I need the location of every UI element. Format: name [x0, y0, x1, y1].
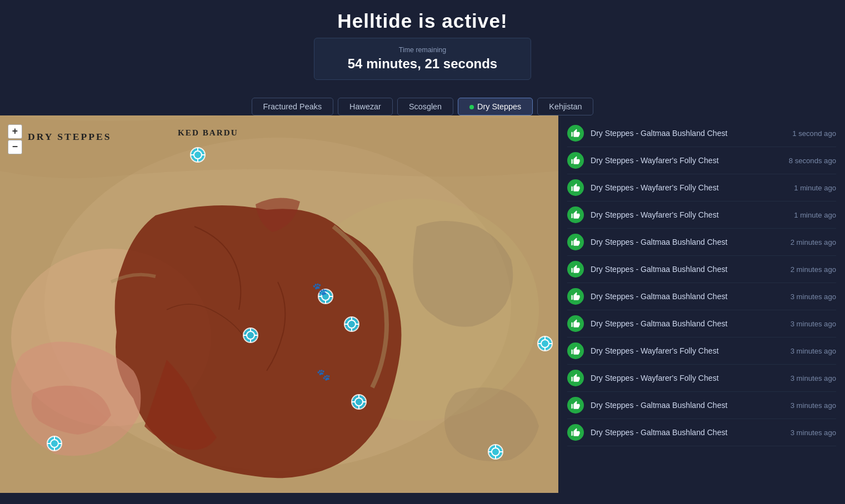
- activity-time-7: 3 minutes ago: [791, 320, 836, 328]
- thumbs-up-icon-0: [567, 125, 584, 142]
- tab-dry-steppes[interactable]: Dry Steppes: [458, 98, 533, 115]
- thumbs-up-icon-5: [567, 261, 584, 278]
- main-content: DRY STEPPES KED BARDU + −: [0, 115, 845, 493]
- map-city-label: KED BARDU: [178, 128, 238, 138]
- zoom-controls: + −: [8, 124, 22, 154]
- activity-time-8: 3 minutes ago: [791, 347, 836, 355]
- activity-item-11: Dry Steppes - Galtmaa Bushland Chest3 mi…: [567, 419, 836, 446]
- thumbs-up-icon-1: [567, 152, 584, 169]
- chest-marker-6[interactable]: [536, 335, 554, 355]
- activity-text-1: Dry Steppes - Wayfarer's Folly Chest: [591, 156, 783, 165]
- chest-marker-7[interactable]: [46, 435, 63, 455]
- chest-marker-8[interactable]: [487, 443, 504, 463]
- monster-icon-1: 🐾: [312, 282, 327, 296]
- activity-text-11: Dry Steppes - Galtmaa Bushland Chest: [591, 428, 785, 437]
- monster-icon-2: 🐾: [317, 368, 331, 381]
- activity-text-4: Dry Steppes - Galtmaa Bushland Chest: [591, 238, 785, 246]
- thumbs-up-icon-11: [567, 424, 584, 441]
- activity-text-3: Dry Steppes - Wayfarer's Folly Chest: [591, 210, 788, 219]
- activity-time-3: 1 minute ago: [794, 211, 836, 219]
- activity-time-6: 3 minutes ago: [791, 293, 836, 301]
- activity-item-1: Dry Steppes - Wayfarer's Folly Chest8 se…: [567, 147, 836, 174]
- tab-kehjistan[interactable]: Kehjistan: [537, 98, 593, 115]
- tab-fractured-peaks[interactable]: Fractured Peaks: [252, 98, 334, 115]
- thumbs-up-icon-3: [567, 206, 584, 223]
- activity-time-0: 1 second ago: [792, 129, 836, 138]
- map-svg: [0, 115, 558, 493]
- header: Helltide is active! Time remaining 54 mi…: [0, 0, 845, 88]
- activity-item-2: Dry Steppes - Wayfarer's Folly Chest1 mi…: [567, 174, 836, 201]
- thumbs-up-icon-10: [567, 397, 584, 414]
- map-container: DRY STEPPES KED BARDU + −: [0, 115, 558, 493]
- activity-panel: Dry Steppes - Galtmaa Bushland Chest1 se…: [558, 115, 845, 493]
- activity-item-4: Dry Steppes - Galtmaa Bushland Chest2 mi…: [567, 229, 836, 256]
- activity-text-2: Dry Steppes - Wayfarer's Folly Chest: [591, 183, 788, 192]
- activity-text-9: Dry Steppes - Wayfarer's Folly Chest: [591, 374, 785, 382]
- chest-marker-4[interactable]: [242, 326, 259, 346]
- activity-item-3: Dry Steppes - Wayfarer's Folly Chest1 mi…: [567, 201, 836, 229]
- timer-label: Time remaining: [348, 46, 497, 54]
- timer-box: Time remaining 54 minutes, 21 seconds: [314, 38, 531, 80]
- thumbs-up-icon-8: [567, 342, 584, 359]
- activity-item-0: Dry Steppes - Galtmaa Bushland Chest1 se…: [567, 120, 836, 147]
- thumbs-up-icon-4: [567, 234, 584, 250]
- thumbs-up-icon-2: [567, 179, 584, 196]
- thumbs-up-icon-7: [567, 315, 584, 332]
- zoom-out-button[interactable]: −: [8, 140, 22, 154]
- activity-time-4: 2 minutes ago: [791, 238, 836, 246]
- timer-value: 54 minutes, 21 seconds: [348, 56, 497, 72]
- activity-time-11: 3 minutes ago: [791, 429, 836, 437]
- activity-time-9: 3 minutes ago: [791, 374, 836, 382]
- activity-text-6: Dry Steppes - Galtmaa Bushland Chest: [591, 292, 785, 301]
- tab-hawezar[interactable]: Hawezar: [338, 98, 393, 115]
- activity-item-8: Dry Steppes - Wayfarer's Folly Chest3 mi…: [567, 337, 836, 365]
- activity-text-5: Dry Steppes - Galtmaa Bushland Chest: [591, 265, 785, 274]
- tab-scosglen[interactable]: Scosglen: [397, 98, 453, 115]
- activity-item-10: Dry Steppes - Galtmaa Bushland Chest3 mi…: [567, 392, 836, 419]
- activity-time-10: 3 minutes ago: [791, 401, 836, 410]
- activity-time-2: 1 minute ago: [794, 184, 836, 192]
- activity-item-5: Dry Steppes - Galtmaa Bushland Chest2 mi…: [567, 256, 836, 283]
- activity-text-10: Dry Steppes - Galtmaa Bushland Chest: [591, 401, 785, 410]
- activity-item-6: Dry Steppes - Galtmaa Bushland Chest3 mi…: [567, 283, 836, 310]
- zoom-in-button[interactable]: +: [8, 124, 22, 139]
- thumbs-up-icon-6: [567, 288, 584, 305]
- activity-text-8: Dry Steppes - Wayfarer's Folly Chest: [591, 346, 785, 355]
- map-region-label: DRY STEPPES: [28, 131, 112, 143]
- tab-bar: Fractured PeaksHawezarScosglenDry Steppe…: [0, 98, 845, 115]
- activity-text-7: Dry Steppes - Galtmaa Bushland Chest: [591, 319, 785, 328]
- activity-item-9: Dry Steppes - Wayfarer's Folly Chest3 mi…: [567, 365, 836, 392]
- activity-time-5: 2 minutes ago: [791, 265, 836, 274]
- page-title: Helltide is active!: [0, 10, 845, 32]
- chest-marker-1[interactable]: [189, 146, 207, 166]
- activity-time-1: 8 seconds ago: [789, 157, 836, 165]
- chest-marker-3[interactable]: [343, 315, 361, 335]
- thumbs-up-icon-9: [567, 370, 584, 386]
- activity-item-7: Dry Steppes - Galtmaa Bushland Chest3 mi…: [567, 310, 836, 337]
- chest-marker-5[interactable]: [350, 393, 368, 413]
- map-background: DRY STEPPES KED BARDU + −: [0, 115, 558, 493]
- activity-text-0: Dry Steppes - Galtmaa Bushland Chest: [591, 129, 787, 138]
